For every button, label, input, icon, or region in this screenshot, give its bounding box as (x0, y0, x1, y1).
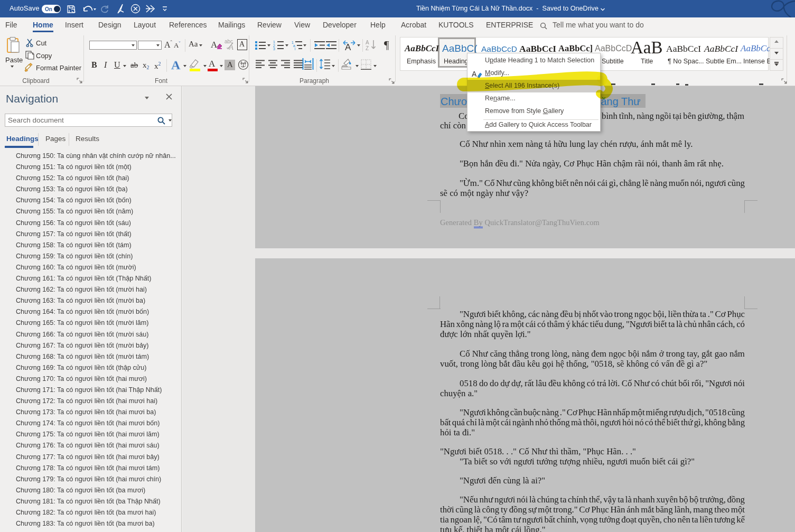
svg-text:A: A (211, 40, 218, 50)
svg-text:1: 1 (273, 40, 275, 44)
svg-text:3: 3 (273, 47, 275, 50)
svg-text:i: i (295, 47, 296, 50)
svg-text:A: A (345, 42, 351, 51)
svg-text:A: A (229, 43, 233, 50)
svg-text:A: A (366, 40, 369, 45)
svg-text:Z: Z (366, 45, 369, 51)
svg-text:A: A (171, 58, 181, 72)
